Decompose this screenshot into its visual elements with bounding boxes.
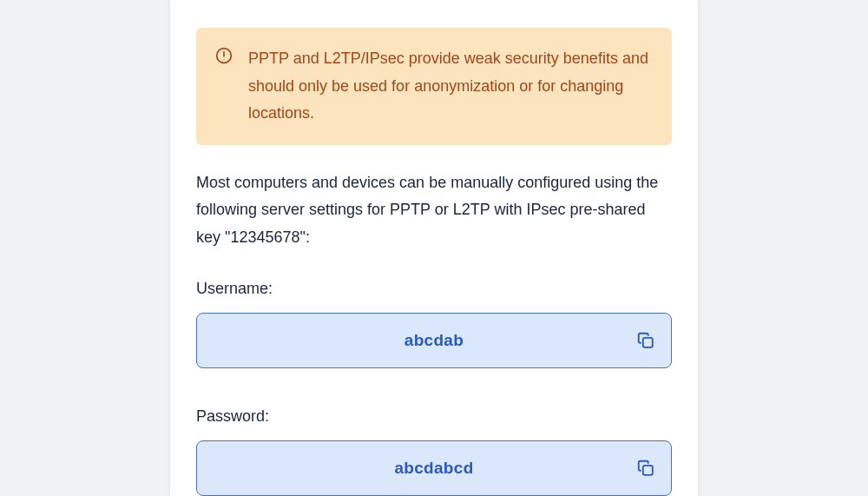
warning-text: PPTP and L2TP/IPsec provide weak securit… bbox=[248, 45, 653, 128]
svg-rect-3 bbox=[643, 338, 653, 347]
username-value: abcdab bbox=[197, 331, 671, 350]
password-field: Password: abcdabcd bbox=[196, 405, 672, 496]
username-label: Username: bbox=[196, 277, 672, 301]
settings-card: PPTP and L2TP/IPsec provide weak securit… bbox=[170, 0, 698, 496]
username-box: abcdab bbox=[196, 313, 672, 368]
warning-icon bbox=[215, 47, 233, 64]
copy-password-button[interactable] bbox=[636, 459, 655, 478]
copy-icon bbox=[636, 331, 655, 350]
password-label: Password: bbox=[196, 405, 672, 428]
copy-username-button[interactable] bbox=[636, 331, 655, 350]
svg-rect-4 bbox=[643, 466, 653, 475]
svg-point-2 bbox=[224, 59, 225, 60]
username-field: Username: abcdab bbox=[196, 277, 672, 368]
security-warning-alert: PPTP and L2TP/IPsec provide weak securit… bbox=[196, 28, 672, 145]
copy-icon bbox=[636, 459, 655, 478]
password-value: abcdabcd bbox=[197, 459, 671, 478]
instructions-text: Most computers and devices can be manual… bbox=[196, 169, 672, 252]
password-box: abcdabcd bbox=[196, 440, 672, 496]
